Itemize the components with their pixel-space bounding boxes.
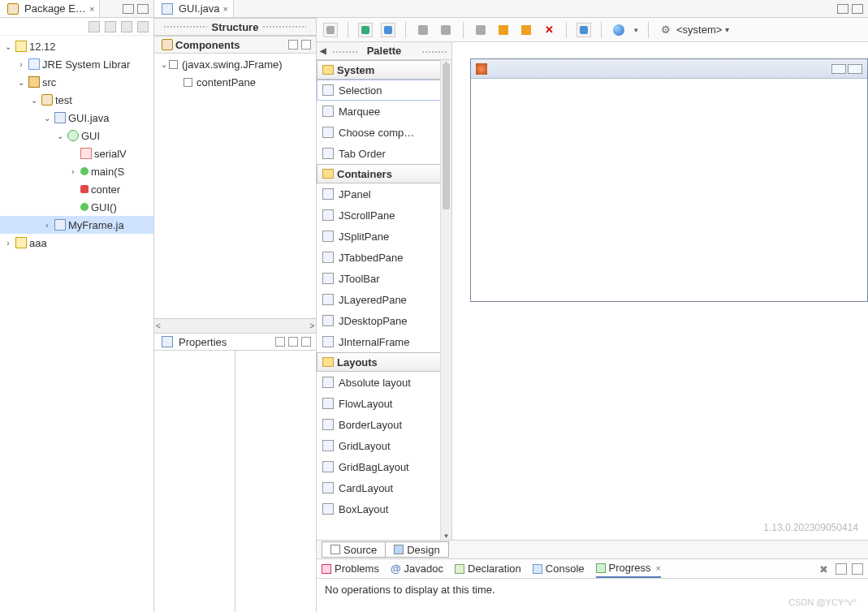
methodred-icon: [80, 185, 89, 193]
layout-assist-icon[interactable]: [577, 23, 591, 37]
tree-item[interactable]: ›aaa: [0, 234, 153, 252]
palette-item[interactable]: Marquee: [317, 101, 451, 122]
tab-console[interactable]: Console: [533, 559, 585, 578]
editor-tab-gui-java[interactable]: GUI.java ×: [154, 0, 234, 17]
package-explorer-tab[interactable]: Package E… ×: [0, 0, 100, 17]
expand-all-icon[interactable]: [288, 40, 298, 50]
tree-item[interactable]: ›MyFrame.ja: [0, 216, 153, 234]
palette-item[interactable]: BorderLayout: [317, 414, 451, 435]
palette-category[interactable]: Layouts: [317, 352, 451, 372]
tree-item[interactable]: serialV: [0, 144, 153, 162]
tree-item[interactable]: ⌄12.12: [0, 37, 153, 55]
properties-header: Properties: [154, 333, 316, 351]
folder-icon: [322, 169, 334, 179]
remove-all-icon[interactable]: ✖: [819, 563, 831, 575]
designer-toolbar: ▾ <system> ▾: [317, 18, 868, 42]
palette-scrollbar[interactable]: ▲ ▼: [440, 60, 451, 540]
palette-item[interactable]: JDesktopPane: [317, 310, 451, 331]
goto-definition-icon[interactable]: [301, 337, 311, 347]
copy-icon[interactable]: [496, 23, 511, 37]
look-and-feel-selector[interactable]: <system> ▾: [659, 23, 729, 37]
version-label: 1.13.0.202309050414: [763, 522, 858, 533]
test-preview-icon[interactable]: [358, 23, 373, 37]
components-header: Components: [154, 36, 316, 54]
close-icon[interactable]: ×: [656, 563, 661, 573]
show-events-icon[interactable]: [288, 337, 298, 347]
paste-icon[interactable]: [519, 23, 533, 37]
maximize-view-icon[interactable]: [137, 4, 149, 14]
tab-declaration[interactable]: Declaration: [455, 559, 521, 578]
method-icon: [80, 167, 89, 175]
design-canvas[interactable]: 1.13.0.202309050414: [452, 42, 868, 540]
horizontal-scrollbar[interactable]: <>: [154, 318, 316, 333]
console-icon: [533, 564, 542, 574]
palette-category[interactable]: Containers: [317, 164, 451, 183]
tab-progress[interactable]: Progress ×: [596, 559, 661, 578]
palette-item[interactable]: JToolBar: [317, 268, 451, 289]
minimize-editor-icon[interactable]: [837, 4, 849, 14]
component-icon: [169, 60, 178, 69]
tree-item[interactable]: ⌄GUI.java: [0, 109, 153, 127]
delete-icon[interactable]: [542, 23, 556, 37]
palette-item[interactable]: JPanel: [317, 183, 451, 205]
folder-icon: [322, 357, 334, 367]
properties-icon: [162, 336, 173, 347]
palette-nav-left-icon[interactable]: ◀: [320, 46, 326, 55]
palette-item-icon: [322, 188, 334, 200]
collapse-all-icon[interactable]: [89, 21, 100, 32]
palette-item[interactable]: Tab Order: [317, 143, 451, 164]
palette-category[interactable]: System: [317, 60, 451, 80]
palette-item[interactable]: FlowLayout: [317, 393, 451, 414]
tree-item[interactable]: conter: [0, 180, 153, 198]
tree-item[interactable]: ›main(S: [0, 162, 153, 180]
close-icon[interactable]: ×: [223, 4, 228, 14]
component-tree-item[interactable]: ⌄(javax.swing.JFrame): [154, 55, 316, 73]
palette-item[interactable]: JInternalFrame: [317, 331, 451, 352]
collapse-all-icon[interactable]: [301, 40, 311, 50]
undo-icon[interactable]: [416, 23, 430, 37]
refresh-icon[interactable]: [323, 23, 338, 37]
locale-icon[interactable]: [611, 23, 626, 37]
focus-icon[interactable]: [121, 21, 132, 32]
proj-icon: [15, 41, 27, 52]
palette-item[interactable]: JLayeredPane: [317, 289, 451, 310]
view-menu-icon[interactable]: [137, 21, 149, 32]
palette-header: ◀ Palette: [317, 42, 451, 60]
minimize-view-icon[interactable]: [123, 4, 134, 14]
tab-javadoc[interactable]: @ Javadoc: [391, 559, 443, 578]
palette-item[interactable]: Selection: [317, 80, 451, 101]
tree-item[interactable]: GUI(): [0, 198, 153, 216]
preview-icon[interactable]: [381, 23, 395, 37]
tab-problems[interactable]: Problems: [322, 559, 379, 578]
palette-item[interactable]: CardLayout: [317, 477, 451, 498]
palette-item[interactable]: Absolute layout: [317, 372, 451, 393]
properties-table[interactable]: [154, 351, 316, 612]
palette-item[interactable]: JScrollPane: [317, 205, 451, 226]
close-icon[interactable]: ×: [89, 4, 94, 14]
component-tree-item[interactable]: contentPane: [154, 73, 316, 91]
tab-source[interactable]: Source: [322, 541, 385, 558]
palette-item[interactable]: JSplitPane: [317, 226, 451, 247]
palette-item-icon: [322, 84, 334, 96]
tree-item[interactable]: ›JRE System Librar: [0, 55, 153, 73]
tree-item[interactable]: ⌄src: [0, 73, 153, 91]
palette-item[interactable]: GridLayout: [317, 435, 451, 456]
java-file-icon: [162, 3, 173, 15]
tree-item[interactable]: ⌄GUI: [0, 127, 153, 144]
link-with-editor-icon[interactable]: [105, 21, 116, 32]
cut-icon[interactable]: [473, 23, 488, 37]
tab-design[interactable]: Design: [385, 541, 448, 558]
palette-item[interactable]: JTabbedPane: [317, 247, 451, 268]
tree-item[interactable]: ⌄test: [0, 91, 153, 109]
advanced-props-icon[interactable]: [275, 337, 285, 347]
palette-item[interactable]: Choose comp…: [317, 122, 451, 143]
palette-item-icon: [322, 398, 334, 409]
jframe-preview[interactable]: [470, 58, 868, 302]
maximize-editor-icon[interactable]: [852, 4, 863, 14]
view-min-icon[interactable]: [836, 563, 847, 575]
palette-item[interactable]: BoxLayout: [317, 498, 451, 519]
palette-item[interactable]: GridBagLayout: [317, 456, 451, 477]
redo-icon[interactable]: [438, 23, 453, 37]
view-max-icon[interactable]: [852, 563, 863, 575]
package-icon: [7, 3, 19, 15]
